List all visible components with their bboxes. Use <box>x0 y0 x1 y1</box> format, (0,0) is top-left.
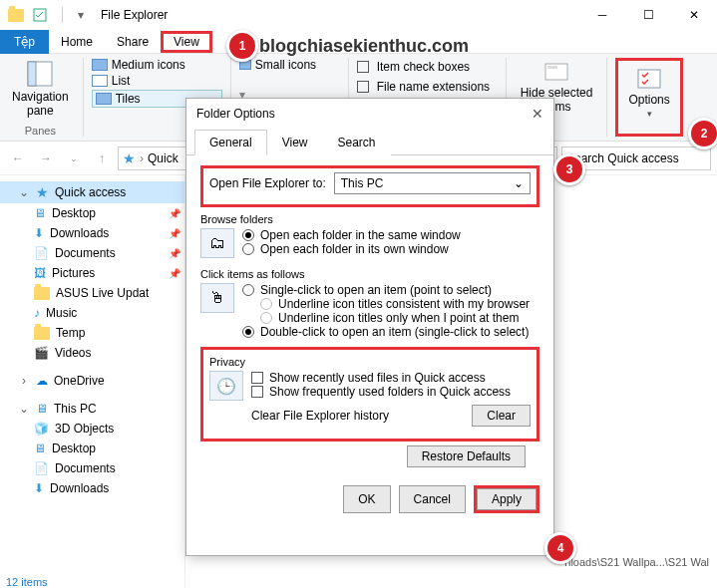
titlebar: ▾ File Explorer ─ ☐ ✕ <box>0 0 717 30</box>
click-items-title: Click items as follows <box>200 268 539 280</box>
browse-folders-title: Browse folders <box>200 213 539 225</box>
sidebar-quick-access[interactable]: ⌄★Quick access <box>0 181 184 203</box>
radio-single-click[interactable]: Single-click to open an item (point to s… <box>242 283 539 297</box>
navigation-pane-button[interactable]: Navigation pane <box>6 58 75 120</box>
badge-3: 3 <box>553 153 585 185</box>
view-tab-highlight: View <box>161 31 212 53</box>
sidebar-asus[interactable]: ASUS Live Updat <box>0 283 184 303</box>
qat-properties-icon[interactable] <box>32 7 48 23</box>
maximize-button[interactable]: ☐ <box>625 0 671 30</box>
privacy-icon: 🕒 <box>209 371 243 401</box>
file-tab[interactable]: Tệp <box>0 30 49 54</box>
item-checkboxes-option[interactable]: Item check boxes <box>357 58 498 76</box>
back-button[interactable]: ← <box>6 147 30 170</box>
radio-underline-browser: Underline icon titles consistent with my… <box>242 297 539 311</box>
status-bar: 12 items <box>6 576 48 588</box>
sidebar-desktop2[interactable]: 🖥Desktop <box>0 439 184 458</box>
navigation-pane-icon <box>26 60 54 88</box>
sidebar-3dobjects[interactable]: 🧊3D Objects <box>0 419 184 439</box>
home-tab[interactable]: Home <box>49 30 105 54</box>
dialog-close-button[interactable]: ✕ <box>532 106 543 122</box>
badge-1: 1 <box>226 30 258 62</box>
open-to-label: Open File Explorer to: <box>209 176 326 190</box>
sidebar-onedrive[interactable]: ›☁OneDrive <box>0 371 184 391</box>
sidebar-desktop[interactable]: 🖥Desktop📌 <box>0 203 184 223</box>
svg-rect-5 <box>638 70 660 88</box>
close-button[interactable]: ✕ <box>671 0 717 30</box>
sidebar-downloads2[interactable]: ⬇Downloads <box>0 478 184 498</box>
radio-same-window[interactable]: Open each folder in the same window <box>242 228 539 242</box>
cb-show-frequent[interactable]: Show frequently used folders in Quick ac… <box>251 385 531 399</box>
view-tab[interactable]: View <box>174 35 199 49</box>
sidebar-temp[interactable]: Temp <box>0 323 184 343</box>
small-icons-option[interactable]: Small icons <box>239 58 340 72</box>
open-to-combo[interactable]: This PC⌄ <box>334 172 531 194</box>
apply-button[interactable]: Apply <box>477 488 537 510</box>
tab-view[interactable]: View <box>267 130 323 155</box>
file-extensions-option[interactable]: File name extensions <box>357 78 498 96</box>
window-title: File Explorer <box>101 8 168 22</box>
folder-options-dialog: Folder Options ✕ General View Search Ope… <box>185 98 554 556</box>
open-to-highlight: Open File Explorer to: This PC⌄ <box>200 165 539 207</box>
sidebar: ⌄★Quick access 🖥Desktop📌 ⬇Downloads📌 📄Do… <box>0 175 185 588</box>
options-icon <box>636 67 662 91</box>
privacy-highlight: Privacy 🕒 Show recently used files in Qu… <box>200 347 539 441</box>
hide-selected-icon <box>543 60 569 84</box>
tab-search[interactable]: Search <box>323 130 391 155</box>
browse-icon: 🗂 <box>200 228 234 258</box>
apply-highlight: Apply <box>474 485 539 513</box>
svg-rect-4 <box>547 66 557 69</box>
clear-button[interactable]: Clear <box>472 405 531 427</box>
sidebar-documents2[interactable]: 📄Documents <box>0 458 184 478</box>
radio-underline-point: Underline icon titles only when I point … <box>242 311 539 325</box>
tab-general[interactable]: General <box>194 130 267 155</box>
folder-app-icon <box>8 7 24 23</box>
recent-dropdown[interactable]: ⌄ <box>62 147 86 170</box>
sidebar-pictures[interactable]: 🖼Pictures📌 <box>0 263 184 283</box>
quick-access-icon: ★ <box>123 150 136 166</box>
badge-4: 4 <box>544 532 576 564</box>
path-fragment: nloads\S21 Wallpa...\S21 Wal <box>564 556 709 568</box>
sidebar-videos[interactable]: 🎬Videos <box>0 343 184 363</box>
sidebar-thispc[interactable]: ⌄🖥This PC <box>0 399 184 419</box>
restore-defaults-button[interactable]: Restore Defaults <box>407 445 526 467</box>
medium-icons-option[interactable]: Medium icons <box>92 58 222 72</box>
minimize-button[interactable]: ─ <box>579 0 625 30</box>
clear-history-label: Clear File Explorer history <box>251 409 389 423</box>
up-button[interactable]: ↑ <box>90 147 114 170</box>
click-icon: 🖱 <box>200 283 234 313</box>
sidebar-documents[interactable]: 📄Documents📌 <box>0 243 184 263</box>
dialog-title: Folder Options <box>196 107 275 121</box>
share-tab[interactable]: Share <box>105 30 161 54</box>
privacy-title: Privacy <box>209 356 531 368</box>
list-option[interactable]: List <box>92 74 222 88</box>
forward-button[interactable]: → <box>34 147 58 170</box>
breadcrumb[interactable]: Quick <box>148 151 179 165</box>
cancel-button[interactable]: Cancel <box>399 485 466 513</box>
cb-show-recent[interactable]: Show recently used files in Quick access <box>251 371 531 385</box>
chevron-down-icon: ⌄ <box>514 176 524 190</box>
watermark-text: blogchiasekienthuc.com <box>259 36 469 57</box>
qat-dropdown-icon[interactable]: ▾ <box>73 7 89 23</box>
svg-rect-2 <box>28 62 36 86</box>
ok-button[interactable]: OK <box>343 485 390 513</box>
options-highlight: Options ▾ <box>615 58 682 137</box>
sidebar-downloads[interactable]: ⬇Downloads📌 <box>0 223 184 243</box>
sidebar-music[interactable]: ♪Music <box>0 303 184 323</box>
radio-own-window[interactable]: Open each folder in its own window <box>242 242 539 256</box>
radio-double-click[interactable]: Double-click to open an item (single-cli… <box>242 325 539 339</box>
panes-group-label: Panes <box>6 125 75 137</box>
options-button[interactable]: Options ▾ <box>622 65 675 121</box>
badge-2: 2 <box>688 118 717 149</box>
